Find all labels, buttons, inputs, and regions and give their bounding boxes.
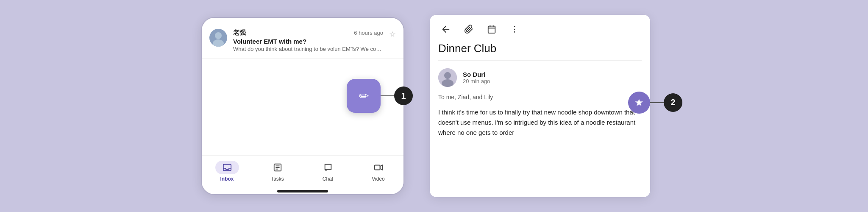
nav-label-tasks: Tasks [271,176,284,182]
nav-label-inbox: Inbox [220,176,234,182]
callout-1-bubble: 1 [394,86,413,105]
tasks-icon [273,163,282,172]
email-time: 6 hours ago [354,30,383,36]
email-item[interactable]: 老强 6 hours ago Volunteer EMT with me? Wh… [202,23,403,59]
more-options-button[interactable] [507,22,522,37]
nav-item-chat[interactable]: Chat [303,161,353,182]
star-connector-line [650,102,664,103]
nav-item-tasks[interactable]: Tasks [252,161,303,182]
bottom-nav: Inbox Tasks [202,155,403,190]
nav-label-video: Video [372,176,384,182]
chat-icon [323,163,333,172]
compose-fab-button[interactable]: ✏ [347,79,381,113]
svg-point-14 [514,31,515,33]
fab-connector-line [381,95,394,96]
sender-time: 20 min ago [463,78,642,84]
nav-icon-wrap-inbox [215,161,239,174]
avatar [209,29,227,47]
recipient-line: To me, Ziad, and Lily [438,94,642,100]
inbox-icon [223,163,232,172]
calendar-button[interactable] [484,22,499,37]
star-icon[interactable]: ☆ [389,30,396,39]
message-area: So Duri 20 min ago To me, Ziad, and Lily… [430,61,650,197]
email-subject: Volunteer EMT with me? [233,38,383,45]
sender-name: So Duri [463,71,642,78]
message-body: I think it's time for us to finally try … [438,107,642,138]
svg-rect-8 [488,26,495,33]
callout-2-bubble: 2 [664,93,682,112]
email-thread-title: Dinner Club [430,40,650,60]
back-arrow-icon [441,25,451,34]
sender-info: So Duri 20 min ago [463,71,642,84]
attachment-button[interactable] [461,22,476,37]
svg-point-0 [215,32,222,39]
video-icon [374,163,383,172]
nav-label-chat: Chat [323,176,333,182]
fab-wrap: ✏ 1 [347,79,413,113]
home-indicator [277,190,328,192]
email-content: 老强 6 hours ago Volunteer EMT with me? Wh… [233,29,383,52]
more-vert-icon [510,25,519,34]
nav-item-inbox[interactable]: Inbox [202,161,252,182]
nav-icon-wrap-tasks [266,161,289,174]
message-sender-row: So Duri 20 min ago [438,68,642,87]
star-button[interactable]: ★ [628,92,650,114]
compose-icon: ✏ [359,89,369,103]
nav-icon-wrap-video [367,161,390,174]
sender-avatar [438,68,457,87]
star-callout-wrap: ★ 2 [628,92,682,114]
email-preview: What do you think about training to be v… [233,46,383,52]
svg-point-1 [213,39,224,47]
svg-point-13 [514,29,515,30]
attachment-icon [464,25,473,34]
nav-icon-wrap-chat [316,161,340,174]
svg-rect-7 [374,165,380,170]
detail-header [430,15,650,40]
svg-point-16 [444,72,451,79]
svg-point-12 [514,26,515,27]
calendar-icon [487,25,496,34]
back-button[interactable] [438,22,453,37]
nav-item-video[interactable]: Video [353,161,403,182]
email-detail-panel: Dinner Club So Duri 20 min ago To me, Zi… [430,15,650,197]
email-sender: 老强 [233,29,246,37]
